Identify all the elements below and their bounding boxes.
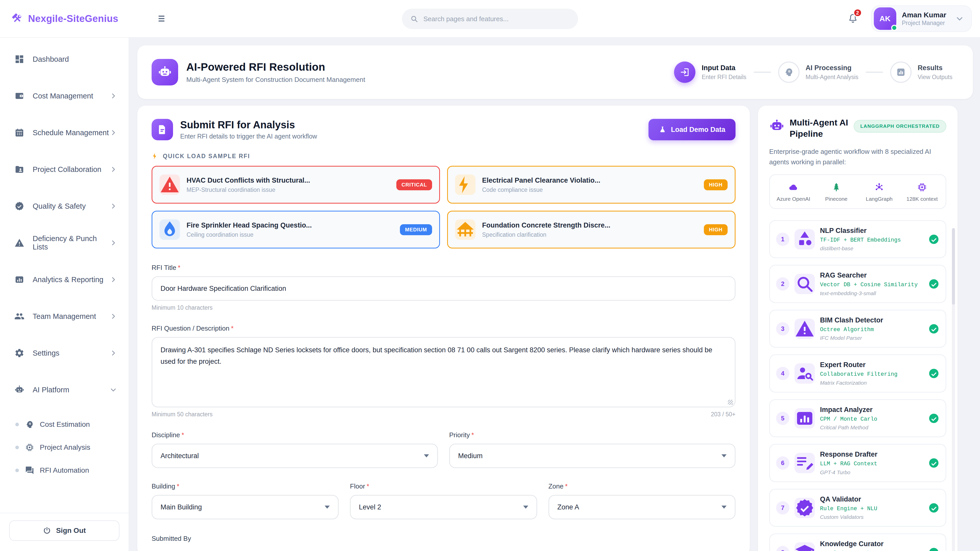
search-icon [794,274,815,294]
analytics-icon [14,275,24,285]
rfi-title-helper: Minimum 10 characters [151,304,735,311]
user-menu[interactable]: AK Aman Kumar Project Manager [871,5,972,32]
app-logo[interactable]: Nexgile-SiteGenius [0,13,129,25]
chevron-right-icon [109,349,118,357]
sidebar-item[interactable]: Team Management [6,305,123,327]
step-connector [754,72,771,73]
sample-rfi-card[interactable]: Fire Sprinkler Head Spacing Questio... C… [151,211,440,248]
priority-badge: HIGH [704,224,728,235]
floor-select[interactable]: Level 2 [350,495,537,519]
workflow-stepper: Input Data Enter RFI Details AI Processi… [674,62,953,83]
search-input[interactable] [423,15,570,23]
login-icon [674,62,695,83]
chat-icon [25,466,34,475]
check-circle-icon [928,323,939,334]
rfi-title-input[interactable] [151,276,735,301]
chip-icon [25,443,34,452]
form-title: Submit RFI for Analysis [180,119,317,130]
step-results: Results View Outputs [890,62,953,83]
rfi-title-label: RFI Title* [151,264,735,272]
agent-card: 8 Knowledge Curator Knowledge Graph Neo4… [769,534,946,551]
discipline-label: Discipline* [151,431,438,439]
agent-number: 7 [776,501,789,514]
page-banner: AI-Powered RFI Resolution Multi-Agent Sy… [137,45,973,99]
rfi-form-card: Submit RFI for Analysis Enter RFI detail… [137,106,750,551]
chevron-right-icon [109,239,118,247]
sign-out-button[interactable]: Sign Out [9,520,119,541]
wallet-icon [14,91,24,101]
floor-label: Floor* [350,483,537,490]
agent-card: 5 Impact Analyzer CPM / Monte Carlo Crit… [769,399,946,437]
load-demo-data-button[interactable]: Load Demo Data [649,119,735,140]
priority-badge: CRITICAL [396,179,432,190]
rfi-description-label: RFI Question / Description* [151,324,735,332]
submitted-by-label: Submitted By [151,535,735,543]
check-circle-icon [928,502,939,513]
agent-card: 6 Response Drafter LLM + RAG Context GPT… [769,444,946,482]
check-circle-icon [928,368,939,379]
check-circle-icon [928,278,939,289]
sidebar-item[interactable]: Project Collaboration [6,158,123,181]
sidebar-item[interactable]: Deficiency & Punch Lists [6,232,123,254]
discipline-select[interactable]: Architectural [151,444,438,468]
agent-card: 1 NLP Classifier TF-IDF + BERT Embedding… [769,220,946,259]
drop-icon [159,219,180,240]
hamburger-icon [157,13,168,24]
notification-badge: 2 [853,8,862,17]
chevron-down-icon [955,14,964,23]
psychology-icon [778,62,800,83]
sample-rfi-card[interactable]: Electrical Panel Clearance Violatio... C… [447,166,735,203]
person-search-icon [794,363,815,384]
tech-stack-item: 128K context [900,182,943,202]
zone-select[interactable]: Zone A [549,495,735,519]
avatar: AK [874,7,896,30]
tech-stack-item: LangGraph [858,182,900,202]
sidebar-sub-item[interactable]: Cost Estimation [6,415,123,433]
pipeline-scrollbar[interactable] [952,228,955,551]
document-icon [151,119,173,140]
sidebar-item[interactable]: Cost Management [6,85,123,107]
robot-icon [151,59,178,86]
check-circle-icon [928,457,939,468]
sample-rfi-card[interactable]: HVAC Duct Conflicts with Structural... M… [151,166,440,203]
search-icon [410,15,418,23]
agent-number: 6 [776,456,789,470]
folder-user-icon [14,164,24,175]
priority-label: Priority* [449,431,735,439]
avatar-initials: AK [880,14,891,23]
check-circle-icon [928,547,939,551]
sidebar-item[interactable]: Schedule Management [6,121,123,144]
sidebar-item[interactable]: Dashboard [6,48,123,70]
menu-toggle-button[interactable] [153,9,172,28]
priority-select[interactable]: Medium [449,444,735,468]
bullet-dot [15,423,19,426]
agent-card: 4 Expert Router Collaborative Filtering … [769,354,946,392]
dropdown-caret-icon [424,454,429,457]
sample-rfi-card[interactable]: Foundation Concrete Strength Discre... S… [447,211,735,248]
rfi-description-textarea[interactable]: Drawing A-301 specifies Schlage ND Serie… [151,337,735,407]
sidebar-sub-item[interactable]: RFI Automation [6,461,123,480]
sidebar-item[interactable]: AI Platform [6,379,123,401]
pipeline-title: Multi-Agent AI Pipeline [790,117,849,139]
school-icon [794,542,815,551]
agent-number: 8 [776,546,789,551]
dropdown-caret-icon [721,454,727,457]
dashboard-icon [14,54,24,64]
step-ai-processing: AI Processing Multi-Agent Analysis [778,62,859,83]
building-select[interactable]: Main Building [151,495,339,519]
warning-icon [794,319,815,339]
flask-icon [659,126,667,133]
chevron-right-icon [109,129,118,137]
dropdown-caret-icon [325,506,330,509]
sidebar-item[interactable]: Settings [6,342,123,364]
brand-name: Nexgile-SiteGenius [28,13,118,24]
notifications-button[interactable]: 2 [843,8,863,29]
pipeline-description: Enterprise-grade agentic workflow with 8… [769,146,946,167]
chevron-right-icon [109,92,118,100]
sidebar-sub-item[interactable]: Project Analysis [6,438,123,457]
verified-icon [794,498,815,518]
sidebar-item[interactable]: Quality & Safety [6,195,123,218]
form-subtitle: Enter RFI details to trigger the AI agen… [180,133,317,140]
sidebar-item[interactable]: Analytics & Reporting [6,268,123,291]
verified-icon [14,201,24,211]
